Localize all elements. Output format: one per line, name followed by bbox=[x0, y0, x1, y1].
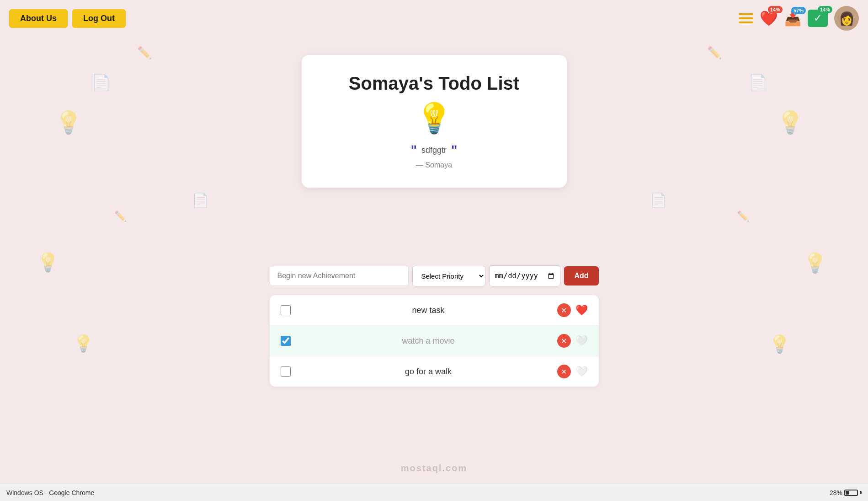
deco-bulb-1: 💡 bbox=[55, 110, 82, 135]
about-us-button[interactable]: About Us bbox=[9, 9, 68, 28]
table-row: watch a movie ✕ 🤍 bbox=[270, 326, 599, 356]
quote-container: " sdfggtr " bbox=[325, 143, 544, 157]
os-label: Windows OS - Google Chrome bbox=[6, 489, 94, 496]
deco-pencil-1: ✏️ bbox=[137, 46, 152, 60]
battery-percent: 28% bbox=[830, 489, 842, 496]
love-button-3[interactable]: 🤍 bbox=[575, 366, 588, 377]
main-card: Somaya's Todo List 💡 " sdfggtr " — Somay… bbox=[302, 55, 567, 188]
deco-bulb-4: 💡 bbox=[777, 110, 804, 135]
task-text-3: go for a walk bbox=[300, 367, 557, 377]
table-row: go for a walk ✕ 🤍 bbox=[270, 356, 599, 387]
check-badge: 14% bbox=[818, 6, 832, 13]
avatar-image: 👩 bbox=[839, 11, 855, 26]
page-title: Somaya's Todo List bbox=[325, 73, 544, 94]
topbar: About Us Log Out ❤️ 14% 📥 57% ✓ 14% bbox=[0, 0, 868, 37]
task-actions-3: ✕ 🤍 bbox=[557, 365, 588, 378]
delete-button-1[interactable]: ✕ bbox=[557, 303, 571, 317]
task-checkbox-1[interactable] bbox=[281, 305, 291, 315]
battery-body bbox=[844, 490, 858, 496]
priority-select[interactable]: Select Priority High Medium Low bbox=[412, 266, 485, 286]
deco-paper-3: 📄 bbox=[748, 73, 767, 92]
quote-text: sdfggtr bbox=[421, 145, 447, 155]
table-row: new task ✕ ❤️ bbox=[270, 295, 599, 326]
love-button-1[interactable]: ❤️ bbox=[575, 304, 588, 316]
deco-bulb-6: 💡 bbox=[769, 334, 790, 354]
deco-pencil-2: ✏️ bbox=[707, 46, 722, 60]
task-checkbox-3[interactable] bbox=[281, 366, 291, 377]
deco-bulb-3: 💡 bbox=[73, 334, 94, 353]
deco-paper-2: 📄 bbox=[192, 192, 209, 208]
open-quote: " bbox=[411, 143, 417, 157]
battery-indicator: 28% bbox=[830, 489, 862, 496]
hamburger-menu[interactable] bbox=[739, 13, 753, 23]
check-nav-button[interactable]: ✓ 14% bbox=[808, 10, 828, 27]
deco-bulb-5: 💡 bbox=[803, 252, 827, 274]
watermark: mostaql.com bbox=[401, 463, 467, 474]
hamburger-icon bbox=[739, 13, 753, 23]
inbox-nav-button[interactable]: 📥 57% bbox=[784, 11, 801, 27]
task-input[interactable] bbox=[270, 266, 409, 286]
love-button-2[interactable]: 🤍 bbox=[575, 335, 588, 347]
close-quote: " bbox=[451, 143, 457, 157]
delete-button-3[interactable]: ✕ bbox=[557, 365, 571, 378]
checkmark-icon: ✓ bbox=[814, 12, 822, 24]
heart-badge: 14% bbox=[768, 6, 783, 13]
task-text-2: watch a movie bbox=[300, 336, 557, 346]
bottombar: Windows OS - Google Chrome 28% bbox=[0, 484, 868, 501]
deco-paper-4: 📄 bbox=[650, 192, 667, 208]
deco-pencil-4: ✏️ bbox=[737, 210, 749, 222]
battery-fill bbox=[846, 491, 849, 495]
bulb-icon: 💡 bbox=[325, 101, 544, 135]
task-actions-1: ✕ ❤️ bbox=[557, 303, 588, 317]
deco-bulb-2: 💡 bbox=[37, 252, 59, 273]
delete-button-2[interactable]: ✕ bbox=[557, 334, 571, 348]
task-list: new task ✕ ❤️ watch a movie ✕ 🤍 go for a… bbox=[270, 295, 599, 387]
deco-paper-1: 📄 bbox=[91, 73, 111, 92]
input-area: Select Priority High Medium Low Add bbox=[270, 265, 599, 286]
inbox-badge: 57% bbox=[791, 7, 806, 14]
task-text-1: new task bbox=[300, 306, 557, 315]
user-avatar[interactable]: 👩 bbox=[834, 6, 859, 31]
deco-pencil-3: ✏️ bbox=[114, 210, 127, 222]
date-input[interactable] bbox=[489, 265, 560, 286]
quote-author: — Somaya bbox=[325, 161, 544, 169]
task-checkbox-2[interactable] bbox=[281, 336, 291, 346]
topbar-left: About Us Log Out bbox=[9, 9, 126, 28]
battery-tip bbox=[860, 491, 862, 494]
task-actions-2: ✕ 🤍 bbox=[557, 334, 588, 348]
topbar-right: ❤️ 14% 📥 57% ✓ 14% 👩 bbox=[739, 6, 859, 31]
heart-nav-button[interactable]: ❤️ 14% bbox=[760, 10, 778, 27]
add-button[interactable]: Add bbox=[564, 266, 598, 286]
log-out-button[interactable]: Log Out bbox=[72, 9, 126, 28]
